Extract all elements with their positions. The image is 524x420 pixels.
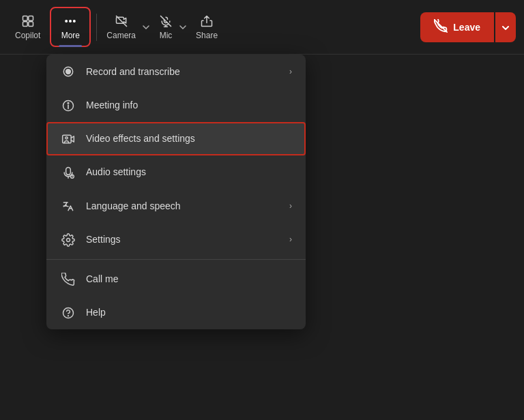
menu-item-settings[interactable]: Settings › — [46, 222, 306, 256]
camera-off-icon — [115, 14, 128, 27]
share-icon — [200, 14, 214, 27]
share-button[interactable]: Share — [192, 8, 222, 45]
mic-button[interactable]: Mic — [155, 8, 177, 45]
camera-group: Camera — [102, 8, 152, 45]
menu-item-video-effects[interactable]: Video effects and settings — [46, 122, 306, 155]
menu-item-call-me[interactable]: Call me — [46, 262, 306, 296]
svg-point-11 — [66, 70, 71, 74]
toolbar-divider — [96, 14, 97, 41]
leave-group: Leave — [420, 12, 516, 42]
leave-dropdown-button[interactable] — [495, 12, 516, 42]
language-label: Language and speech — [86, 200, 280, 211]
help-label: Help — [86, 307, 292, 318]
svg-point-5 — [70, 20, 72, 22]
leave-chevron-down-icon — [502, 22, 509, 32]
mic-off-icon — [159, 14, 173, 27]
info-icon — [60, 97, 76, 112]
audio-settings-label: Audio settings — [86, 166, 292, 177]
leave-button[interactable]: Leave — [420, 12, 494, 42]
camera-label: Camera — [106, 31, 136, 40]
menu-divider — [46, 259, 306, 260]
phone-hang-up-icon — [434, 19, 448, 35]
menu-item-record[interactable]: Record and transcribe › — [46, 55, 306, 88]
menu-item-language[interactable]: Language and speech › — [46, 189, 306, 222]
more-button[interactable]: More — [50, 7, 91, 46]
video-effects-icon — [60, 132, 76, 146]
camera-arrow-button[interactable] — [140, 22, 152, 32]
svg-point-21 — [68, 316, 69, 316]
call-me-label: Call me — [86, 273, 292, 284]
more-label: More — [61, 31, 80, 40]
settings-icon — [60, 232, 76, 246]
meeting-info-label: Meeting info — [86, 100, 292, 110]
svg-point-6 — [74, 20, 76, 22]
menu-item-audio-settings[interactable]: Audio settings — [46, 155, 306, 189]
more-dropdown-menu: Record and transcribe › Meeting info Vid… — [46, 55, 306, 329]
copilot-label: Copilot — [15, 31, 40, 40]
record-icon — [60, 64, 76, 78]
leave-label: Leave — [453, 22, 480, 33]
menu-item-help[interactable]: Help — [46, 296, 306, 329]
language-arrow-icon: › — [289, 201, 292, 211]
toolbar: Copilot More Camera — [0, 0, 524, 55]
help-icon — [60, 305, 76, 320]
camera-button[interactable]: Camera — [102, 8, 140, 45]
mic-group: Mic — [155, 8, 189, 45]
call-icon — [60, 272, 76, 286]
audio-settings-icon — [60, 165, 76, 179]
record-label: Record and transcribe — [86, 66, 280, 77]
svg-rect-3 — [29, 21, 33, 26]
settings-arrow-icon: › — [289, 235, 292, 244]
menu-item-meeting-info[interactable]: Meeting info — [46, 88, 306, 121]
svg-rect-2 — [23, 21, 27, 26]
share-group: Share — [192, 8, 222, 45]
settings-label: Settings — [86, 234, 280, 245]
svg-point-19 — [67, 238, 70, 241]
copilot-button[interactable]: Copilot — [8, 8, 47, 45]
svg-rect-1 — [29, 16, 33, 20]
svg-point-16 — [66, 136, 68, 138]
more-icon — [63, 14, 77, 27]
record-arrow-icon: › — [289, 67, 292, 76]
language-icon — [60, 198, 76, 213]
svg-point-4 — [66, 20, 68, 22]
copilot-icon — [21, 14, 35, 27]
share-label: Share — [196, 31, 218, 40]
svg-rect-0 — [23, 16, 27, 20]
mic-label: Mic — [160, 31, 173, 40]
mic-arrow-button[interactable] — [177, 22, 189, 32]
svg-point-14 — [68, 102, 69, 104]
video-effects-label: Video effects and settings — [86, 133, 292, 144]
